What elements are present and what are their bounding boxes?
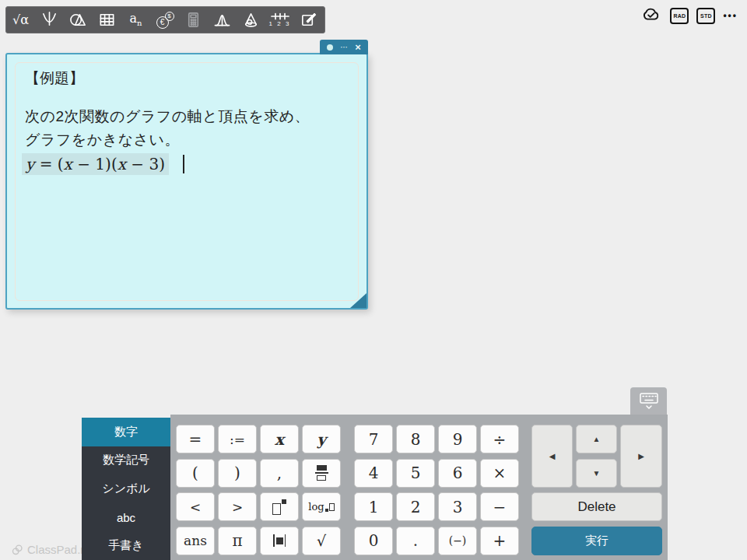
key-fraction[interactable] [302,459,341,488]
key-4[interactable]: 4 [354,459,393,488]
math-expression[interactable]: y = (x − 1)(x − 3) [22,153,169,175]
keyboard-icon [639,392,659,411]
execute-button[interactable]: 実行 [531,527,662,555]
key-assign[interactable]: := [218,425,257,453]
tab-numbers[interactable]: 数字 [82,418,170,446]
key-log[interactable]: log [302,492,341,521]
tab-symbols[interactable]: シンボル [82,474,170,503]
key-7[interactable]: 7 [354,425,393,453]
key-8[interactable]: 8 [396,425,435,453]
key-0[interactable]: 0 [354,527,393,555]
delete-button[interactable]: Delete [531,492,662,521]
link-icon [11,544,23,556]
keyboard-tab-sidebar: 数字 数学記号 シンボル abc 手書き [82,418,170,560]
window-dot-icon[interactable] [327,44,333,51]
key-power[interactable] [260,492,299,521]
key-paren-open[interactable]: ( [176,459,215,488]
key-y[interactable]: y [317,430,326,449]
key-divide[interactable]: ÷ [480,425,519,453]
key-plus[interactable]: + [480,527,519,555]
sequence-icon[interactable]: an [121,7,150,33]
financial-icon[interactable]: € $ [150,7,179,33]
key-5[interactable]: 5 [396,459,435,488]
key-3[interactable]: 3 [438,492,477,521]
key-ans[interactable]: ans [176,527,215,555]
key-arrow-right[interactable]: ▶ [620,425,662,488]
keyboard-toggle-button[interactable] [630,387,667,415]
tab-abc[interactable]: abc [82,503,170,532]
math-expression-row: y = (x − 1)(x − 3) [22,153,349,175]
key-2[interactable]: 2 [396,492,435,521]
sqrt-template-icon: √ [317,534,326,548]
note-line-1: 次の2次関数のグラフの軸と頂点を求め、 [25,105,349,128]
tab-handwriting[interactable]: 手書き [82,531,170,560]
key-decimal-point[interactable]: . [396,527,435,555]
graph-icon[interactable] [35,7,64,33]
key-paren-close[interactable]: ) [218,459,257,488]
keyboard-panel: = := x y ( ) , < > log ans π √ [170,415,668,560]
note-window-titlebar[interactable]: ⋯ × [320,40,368,54]
fraction-template-icon [315,465,328,481]
window-menu-icon[interactable]: ⋯ [340,44,348,51]
calculate-icon[interactable]: √α [6,7,35,33]
note-title: 【例題】 [25,68,349,89]
display-mode-badge[interactable]: STD [696,8,715,24]
more-menu-icon[interactable]: ••• [723,10,738,21]
resize-handle[interactable] [350,293,366,308]
number-key-block: 7 8 9 ÷ 4 5 6 × 1 2 3 − 0 . (−) + [354,425,519,555]
cloud-sync-icon[interactable] [640,5,662,26]
symbol-key-block: = := x y ( ) , < > log ans π √ [176,425,341,555]
key-1[interactable]: 1 [354,492,393,521]
key-multiply[interactable]: × [480,459,519,488]
key-less-than[interactable]: < [176,492,215,521]
key-x[interactable]: x [275,430,284,449]
exponent-template-icon [272,499,286,515]
number-line-icon[interactable]: 1 2 3 [265,7,294,33]
key-negate[interactable]: (−) [438,527,477,555]
geometry-icon[interactable] [64,7,93,33]
key-6[interactable]: 6 [438,459,477,488]
notes-icon[interactable] [294,7,323,33]
spreadsheet-icon[interactable] [93,7,121,33]
angle-mode-badge[interactable]: RAD [670,8,689,24]
key-greater-than[interactable]: > [218,492,257,521]
key-arrow-down[interactable]: ▼ [576,459,617,488]
log-template-icon: log [308,501,334,513]
key-absolute-value[interactable] [260,527,299,555]
navigation-key-block: ◀ ▲ ▶ ▼ Delete 実行 [531,425,662,555]
key-minus[interactable]: − [480,492,519,521]
key-arrow-left[interactable]: ◀ [531,425,573,488]
status-bar: RAD STD ••• [640,5,738,26]
key-comma[interactable]: , [260,459,299,488]
note-text-area[interactable]: 【例題】 次の2次関数のグラフの軸と頂点を求め、 グラフをかきなさい。 y = … [15,62,359,301]
key-pi[interactable]: π [218,527,257,555]
note-window: ⋯ × 【例題】 次の2次関数のグラフの軸と頂点を求め、 グラフをかきなさい。 … [5,53,368,310]
key-equals[interactable]: = [176,425,215,453]
solid-geometry-icon[interactable] [237,7,265,33]
key-arrow-up[interactable]: ▲ [576,425,617,453]
app-canvas: √α an € $ 1 2 3 [0,0,747,560]
note-line-2: グラフをかきなさい。 [25,128,349,152]
text-cursor [183,155,184,173]
key-9[interactable]: 9 [438,425,477,453]
calculator-icon [179,7,208,33]
tab-math-symbols[interactable]: 数学記号 [82,446,170,475]
statistics-icon[interactable] [208,7,237,33]
window-close-icon[interactable]: × [355,42,361,52]
key-square-root[interactable]: √ [302,527,341,555]
app-toolbar: √α an € $ 1 2 3 [5,6,325,33]
abs-template-icon [273,534,286,547]
